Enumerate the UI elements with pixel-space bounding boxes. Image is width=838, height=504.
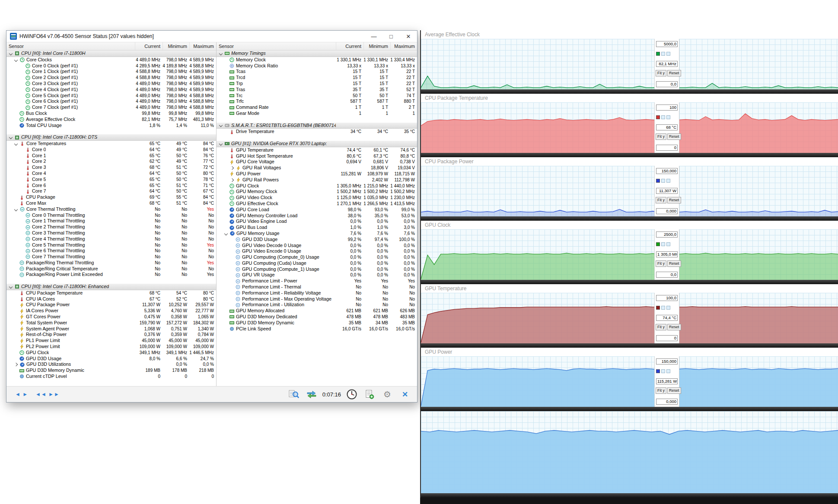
sensor-row[interactable]: Package/Ring Critical TemperatureNoNoNo — [6, 266, 216, 272]
sensor-row[interactable]: Bus Clock99,8 MHz99,8 MHz99,8 MHz — [6, 111, 216, 117]
sensor-row[interactable]: Core Thermal ThrottlingNoNoYes — [6, 206, 216, 212]
scale-max-input[interactable]: 100,0 — [656, 295, 678, 301]
sensor-row[interactable]: GPU D3D Memory Dedicated478 MB478 MB483 … — [217, 314, 417, 320]
sensor-row[interactable]: Core 4 Thermal ThrottlingNoNoNo — [6, 236, 216, 242]
scale-max-input[interactable]: 5000,0 — [656, 41, 678, 47]
sensor-row[interactable]: Trfc587 T587 T880 T — [217, 98, 417, 105]
column-header-current[interactable]: Current — [336, 42, 363, 50]
graph-windows-button[interactable] — [305, 388, 319, 400]
chevron-down-icon[interactable] — [219, 124, 223, 127]
sensor-row[interactable]: GPU Clock349,1 MHz349,1 MHz1 446,5 MHz — [6, 350, 216, 356]
sensor-row[interactable]: Core 464 °C50 °C80 °C — [6, 171, 216, 177]
legend-checkbox[interactable] — [661, 369, 665, 373]
sensor-row[interactable]: Core 6 Clock (perf #1)4 489,0 MHz798,0 M… — [6, 98, 216, 105]
sensor-row[interactable]: Core 3 Clock (perf #1)4 489,0 MHz798,0 M… — [6, 81, 216, 87]
sensor-row[interactable]: Core 1 Thermal ThrottlingNoNoNo — [6, 218, 216, 224]
chevron-down-icon[interactable] — [9, 285, 13, 288]
chevron-right-icon[interactable] — [14, 363, 18, 366]
chevron-down-icon[interactable] — [219, 142, 223, 146]
sensor-row[interactable]: GPU D3D Memory Dynamic189 MB178 MB218 MB — [6, 368, 216, 374]
scale-min-input[interactable]: 0 — [656, 145, 678, 151]
sensor-row[interactable]: Rest-of-Chip Power0,376 W0,359 W0,784 W — [6, 332, 216, 338]
sensor-row[interactable]: Core 5 Thermal ThrottlingNoNoYes — [6, 242, 216, 248]
sensor-row[interactable]: Gear Mode111 — [217, 111, 417, 117]
sensor-row[interactable]: PL2 Power Limit109,000 W109,000 W109,000… — [6, 344, 216, 350]
scale-max-input[interactable]: 100 — [656, 105, 678, 111]
legend-color-swatch[interactable] — [656, 306, 660, 310]
chevron-down-icon[interactable] — [14, 142, 18, 146]
sensor-row[interactable]: GPU Core Voltage0,694 V0,681 V0,738 V — [217, 159, 417, 165]
sensor-row[interactable]: Core 0 Clock (perf #1)4 289,5 MHz4 189,8… — [6, 63, 216, 69]
sensor-row[interactable]: GPU Memory Clock1 500,2 MHz1 500,2 MHz1 … — [217, 189, 417, 195]
sensor-row[interactable]: Performance Limit - Max Operating Voltag… — [217, 296, 417, 302]
sensor-row[interactable]: GPU Power115,281 W108,979 W118,715 W — [217, 171, 417, 177]
column-header-maximum[interactable]: Maximum — [189, 42, 216, 50]
sensor-row[interactable]: Performance Limit - ThermalNoNoNo — [217, 284, 417, 290]
sensor-row[interactable]: Core 565 °C50 °C78 °C — [6, 177, 216, 183]
sensor-row[interactable]: Core 2 Clock (perf #1)4 588,8 MHz798,0 M… — [6, 75, 216, 81]
sensor-row[interactable]: Core Temperatures65 °C49 °C84 °C — [6, 141, 216, 147]
sensor-row[interactable]: Core 7 Clock (perf #1)4 489,0 MHz798,0 M… — [6, 105, 216, 111]
reset-button[interactable]: Reset — [667, 260, 681, 267]
first-last-page-button[interactable]: ◄◄ ►► — [35, 388, 60, 401]
sensor-row[interactable]: Memory Clock Ratio13,33 x13,33 x13,33 x — [217, 63, 417, 69]
legend-color-swatch[interactable] — [656, 115, 660, 119]
sensor-row[interactable]: GPU Computing (Compute_0) Usage0,0 %0,0 … — [217, 254, 417, 260]
legend-checkbox[interactable] — [661, 242, 665, 246]
chevron-down-icon[interactable] — [224, 232, 228, 235]
sensor-row[interactable]: Trp15 T15 T22 T — [217, 81, 417, 87]
chevron-down-icon[interactable] — [9, 136, 13, 139]
legend-checkbox[interactable] — [666, 369, 670, 373]
sensor-row[interactable]: GPU D3D Usage8,0 %6,6 %24,7 % — [6, 356, 216, 362]
sensor-row[interactable]: GPU Bus Load1,0 %1,0 %3,0 % — [217, 225, 417, 231]
sensor-row[interactable]: Core 764 °C50 °C67 °C — [6, 188, 216, 194]
sensor-group-header[interactable]: CPU [#0]: Intel Core i7-11800H: DTS — [6, 134, 216, 141]
reset-button[interactable]: Reset — [667, 70, 681, 76]
chevron-down-icon[interactable] — [14, 207, 18, 211]
legend-checkbox[interactable] — [661, 52, 665, 56]
fit-y-button[interactable]: Fit y — [656, 133, 666, 140]
scale-min-input[interactable]: 0,0 — [656, 81, 678, 87]
sensor-row[interactable]: Core 3 Thermal ThrottlingNoNoNo — [6, 230, 216, 236]
sensor-group-header[interactable]: CPU [#0]: Intel Core i7-11800H — [6, 51, 216, 57]
sensor-row[interactable]: Average Effective Clock82,1 MHz75,7 MHz4… — [6, 117, 216, 123]
sensor-row[interactable]: Core 4 Clock (perf #1)4 489,0 MHz798,0 M… — [6, 87, 216, 93]
sensor-row[interactable]: Package/Ring Power Limit ExceededNoNoYes — [6, 272, 216, 278]
scale-min-input[interactable]: 0,0 — [656, 272, 678, 278]
sensor-row[interactable]: GPU Core Load98,0 %93,0 %99,0 % — [217, 207, 417, 213]
prev-page-button[interactable]: ◄ ► — [12, 388, 32, 401]
sensor-row[interactable]: Memory Clock1 330,1 MHz1 330,1 MHz1 330,… — [217, 57, 417, 63]
legend-checkbox[interactable] — [666, 242, 670, 246]
window-titlebar[interactable]: HWiNFO64 v7.06-4500 Sensor Status [207 v… — [6, 31, 417, 42]
logging-button[interactable] — [363, 388, 376, 400]
sensor-row[interactable]: Tras35 T35 T52 T — [217, 87, 417, 93]
chevron-down-icon[interactable] — [219, 52, 223, 55]
sensor-row[interactable]: GPU Rail Voltages18,806 V19,034 V — [217, 165, 417, 171]
sensor-row[interactable]: Core 0 Thermal ThrottlingNoNoNo — [6, 212, 216, 219]
sensor-row[interactable]: Command Rate1 T1 T2 T — [217, 105, 417, 111]
sensor-row[interactable]: Performance Limit - UtilizationNoNoNo — [217, 302, 417, 308]
sensor-row[interactable]: Tcas15 T15 T22 T — [217, 69, 417, 75]
reset-button[interactable]: Reset — [667, 133, 681, 140]
sensor-row[interactable]: GT Cores Power0,475 W0,358 W1,065 W — [6, 314, 216, 320]
sensor-row[interactable]: GPU Video Decode 0 Usage0,0 %0,0 %0,0 % — [217, 243, 417, 249]
sensor-row[interactable]: Core 165 °C50 °C76 °C — [6, 153, 216, 159]
column-header-sensor[interactable]: Sensor — [217, 42, 336, 50]
sensor-row[interactable]: CPU IA Cores67 °C52 °C80 °C — [6, 296, 216, 302]
scale-max-input[interactable]: 150,000 — [656, 358, 678, 365]
sensor-row[interactable]: Core Max68 °C51 °C84 °C — [6, 200, 216, 206]
sensor-row[interactable]: Core 262 °C49 °C77 °C — [6, 158, 216, 165]
sensor-row[interactable]: Trc50 T50 T74 T — [217, 93, 417, 99]
sensor-row[interactable]: GPU VR Usage0,0 %0,0 %0,0 % — [217, 272, 417, 278]
sensor-row[interactable]: CPU Package Power11,307 W10,252 W29,557 … — [6, 302, 216, 308]
close-sensors-button[interactable]: ✕ — [398, 388, 412, 400]
search-sensors-button[interactable] — [287, 388, 301, 400]
sensor-row[interactable]: IA Cores Power5,336 W4,760 W22,777 W — [6, 308, 216, 314]
sensor-group-header[interactable]: CPU [#0]: Intel Core i7-11800H: Enhanced — [6, 284, 216, 290]
scale-min-input[interactable]: 0,000 — [656, 399, 678, 405]
legend-checkbox[interactable] — [661, 179, 665, 183]
sensor-row[interactable]: Total CPU Usage1,8 %1,4 %11,0 % — [6, 123, 216, 129]
sensor-row[interactable]: PCIe Link Speed16,0 GT/s16,0 GT/s16,0 GT… — [217, 326, 417, 332]
legend-color-swatch[interactable] — [656, 179, 660, 183]
sensor-row[interactable]: Core 5 Clock (perf #1)4 489,0 MHz798,0 M… — [6, 93, 216, 99]
